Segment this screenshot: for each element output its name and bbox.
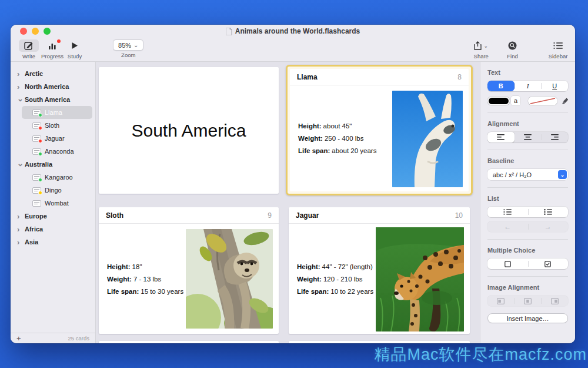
card-partial-right[interactable] — [289, 341, 470, 343]
card-title: Llama — [297, 73, 318, 81]
sidebar-group-north-america[interactable]: ›North America — [11, 80, 95, 93]
progress-icon — [48, 42, 57, 50]
status-dot-green — [38, 152, 42, 156]
zoom-control[interactable]: 85% ⌄ Zoom — [113, 39, 143, 58]
sidebar-group-asia[interactable]: ›Asia — [11, 236, 95, 248]
sidebar-group-africa[interactable]: ›Africa — [11, 223, 95, 236]
sloth-photo — [186, 229, 273, 329]
card-grid: South America Llama 8 Height:about 45" W… — [96, 62, 480, 343]
image-align-center-icon — [524, 298, 532, 304]
find-button[interactable]: Find — [503, 39, 522, 59]
highlight-color-none[interactable] — [528, 97, 557, 105]
checkbox-empty-icon — [505, 261, 511, 267]
flashcard-icon — [32, 174, 41, 181]
card-south-america[interactable]: South America — [99, 67, 279, 194]
baseline-value: abc / x² / H₂O — [493, 171, 532, 178]
alignment-segmented — [487, 132, 568, 142]
bulleted-list-button[interactable] — [528, 207, 569, 217]
numbered-list-button[interactable] — [487, 207, 528, 217]
numbered-list-icon — [503, 209, 512, 215]
card-count: 25 cards — [68, 335, 89, 342]
card-number: 9 — [268, 211, 272, 220]
sidebar-icon — [553, 42, 563, 49]
chevron-right-icon: › — [17, 69, 22, 78]
bulleted-list-icon — [544, 209, 552, 215]
sidebar-item-jaguar[interactable]: Jaguar — [11, 132, 95, 145]
sidebar-toggle-button[interactable]: Sidebar — [548, 39, 568, 59]
multiple-choice-segmented — [487, 258, 568, 269]
bold-button[interactable]: B — [487, 81, 514, 91]
chevron-down-icon: ⌄ — [133, 42, 138, 48]
progress-badge — [57, 39, 61, 43]
study-button[interactable]: Study — [66, 39, 83, 59]
outdent-button[interactable]: ← — [487, 221, 528, 232]
image-alignment-segmented — [487, 296, 568, 306]
sidebar-item-dingo[interactable]: Dingo — [11, 184, 95, 197]
card-jaguar[interactable]: Jaguar 10 Height:44" - 72" (length) Weig… — [289, 207, 470, 334]
sidebar-group-south-america[interactable]: ⌄South America — [11, 93, 95, 106]
baseline-dropdown[interactable]: abc / x² / H₂O ⌄ — [487, 169, 568, 180]
progress-button[interactable]: Progress — [41, 39, 64, 59]
flashcard-icon — [32, 148, 41, 155]
sidebar-item-wombat[interactable]: Wombat — [11, 197, 95, 210]
share-button[interactable]: ⌄ Share — [469, 39, 493, 59]
sidebar-group-arctic[interactable]: ›Arctic — [11, 67, 95, 80]
text-style-segmented: B I U — [487, 81, 568, 91]
align-left-button[interactable] — [487, 132, 514, 142]
titlebar: Animals around the World.flashcards — [11, 25, 575, 38]
write-icon — [24, 41, 34, 50]
zoom-value: 85% — [118, 42, 131, 49]
status-dot-red — [38, 139, 42, 143]
sidebar-group-australia[interactable]: ⌄Australia — [11, 158, 95, 171]
write-button[interactable]: Write — [19, 39, 39, 59]
card-number: 10 — [455, 211, 463, 220]
underline-button[interactable]: U — [541, 81, 568, 91]
card-fields: Height:18" Weight:7 - 13 lbs Life span:1… — [107, 260, 183, 297]
image-align-right-icon — [551, 298, 559, 304]
sidebar-item-llama[interactable]: Llama — [22, 106, 92, 119]
checkbox-empty-button[interactable] — [487, 258, 528, 269]
add-card-button[interactable]: + — [16, 334, 21, 343]
align-right-icon — [551, 134, 559, 140]
status-dot-green — [38, 113, 42, 117]
sidebar-item-kangaroo[interactable]: Kangaroo — [11, 171, 95, 184]
align-right-button[interactable] — [541, 132, 568, 142]
watermark-text: 精品Mac软件尽在macfz.com — [374, 344, 587, 365]
align-center-icon — [524, 134, 532, 140]
card-number: 8 — [457, 73, 462, 81]
card-title: Jaguar — [296, 211, 319, 220]
text-section-label: Text — [487, 69, 568, 76]
text-color-swatch[interactable] — [487, 97, 510, 105]
sidebar-item-anaconda[interactable]: Anaconda — [11, 145, 95, 158]
toolbar: Write Progress Study 85% ⌄ Zoom — [11, 38, 575, 62]
italic-button[interactable]: I — [514, 81, 542, 91]
sidebar-item-sloth[interactable]: Sloth — [11, 119, 95, 132]
share-icon — [474, 41, 482, 50]
insert-image-button[interactable]: Insert Image… — [487, 313, 568, 323]
llama-photo — [392, 91, 463, 187]
image-align-center-button[interactable] — [514, 296, 542, 306]
checkbox-checked-button[interactable] — [528, 258, 569, 269]
card-sloth[interactable]: Sloth 9 Height:18" Weight:7 - 13 lbs Lif… — [99, 207, 279, 334]
sidebar-group-europe[interactable]: ›Europe — [11, 210, 95, 223]
jaguar-photo — [376, 227, 464, 331]
align-center-button[interactable] — [514, 132, 542, 142]
play-icon — [71, 42, 78, 49]
chevron-right-icon: › — [17, 82, 22, 91]
app-window: Animals around the World.flashcards Writ… — [11, 25, 575, 343]
chevron-down-icon: ⌄ — [17, 94, 22, 103]
highlighter-icon[interactable] — [561, 97, 568, 105]
chevron-down-icon: ⌄ — [483, 43, 488, 49]
indent-button[interactable]: → — [528, 221, 569, 232]
chevron-down-icon: ⌄ — [17, 159, 22, 168]
chevron-right-icon: › — [17, 238, 22, 247]
list-section-label: List — [487, 195, 568, 202]
card-llama[interactable]: Llama 8 Height:about 45" Weight:250 - 40… — [290, 69, 469, 191]
card-title: Sloth — [106, 211, 123, 220]
card-partial-left[interactable] — [99, 341, 279, 343]
image-align-left-button[interactable] — [487, 296, 514, 306]
flashcard-icon — [32, 122, 41, 129]
flashcard-icon — [32, 187, 41, 194]
status-dot-red — [38, 126, 42, 130]
image-align-right-button[interactable] — [541, 296, 568, 306]
